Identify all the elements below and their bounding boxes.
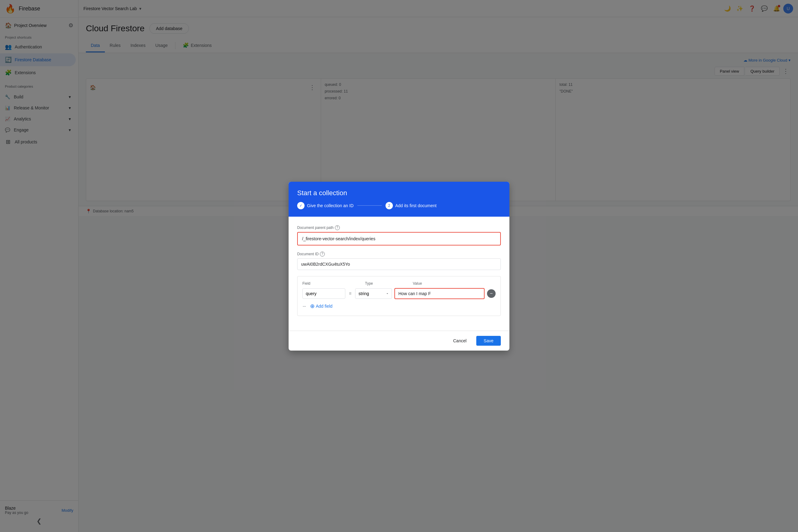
field-type-select[interactable]: string number boolean map array null tim… <box>355 288 392 299</box>
add-field-row: ··· ⊕ Add field <box>303 302 495 311</box>
document-id-label: Document ID ? <box>297 252 501 256</box>
field-header-value: Value <box>413 281 495 286</box>
dialog-footer: Cancel Save <box>289 331 509 350</box>
remove-field-button[interactable]: − <box>487 289 495 298</box>
step-1-label: Give the collection an ID <box>307 203 353 208</box>
fields-section: Field Type Value = string number boolean… <box>297 276 501 316</box>
step-2-label: Add its first document <box>395 203 437 208</box>
dots-icon: ··· <box>303 302 306 309</box>
document-parent-path-label: Document parent path ? <box>297 225 501 230</box>
equals-sign: = <box>348 291 353 296</box>
doc-id-help-icon[interactable]: ? <box>320 252 325 256</box>
field-value-input[interactable] <box>395 289 484 298</box>
field-name-input[interactable] <box>303 288 345 299</box>
plus-icon: ⊕ <box>310 303 315 309</box>
dialog-title: Start a collection <box>297 189 501 197</box>
step-1-circle: ✓ <box>297 202 305 209</box>
start-collection-dialog: Start a collection ✓ Give the collection… <box>289 182 509 350</box>
step-2: 2 Add its first document <box>385 202 437 209</box>
document-parent-path-input[interactable] <box>298 233 500 244</box>
doc-parent-path-text: Document parent path <box>297 226 334 230</box>
add-field-label: Add field <box>316 304 332 309</box>
field-headers: Field Type Value <box>303 281 495 286</box>
document-id-input[interactable] <box>297 258 501 270</box>
dialog-body: Document parent path ? Document ID ? Fie… <box>289 217 509 331</box>
doc-id-text: Document ID <box>297 252 319 256</box>
field-header-field: Field <box>303 281 345 286</box>
save-button[interactable]: Save <box>476 336 501 346</box>
field-row-1: = string number boolean map array null t… <box>303 288 495 299</box>
field-value-input-wrapper <box>394 288 485 299</box>
path-input-wrapper <box>297 232 501 245</box>
field-header-type: Type <box>365 281 408 286</box>
dialog-steps: ✓ Give the collection an ID 2 Add its fi… <box>297 202 501 209</box>
step-2-circle: 2 <box>385 202 393 209</box>
doc-parent-path-help-icon[interactable]: ? <box>335 225 340 230</box>
add-field-button[interactable]: ⊕ Add field <box>308 302 335 311</box>
step-1: ✓ Give the collection an ID <box>297 202 353 209</box>
step-connector <box>357 205 382 206</box>
cancel-button[interactable]: Cancel <box>447 336 473 346</box>
dialog-header: Start a collection ✓ Give the collection… <box>289 182 509 217</box>
dialog-overlay[interactable]: Start a collection ✓ Give the collection… <box>0 0 798 532</box>
